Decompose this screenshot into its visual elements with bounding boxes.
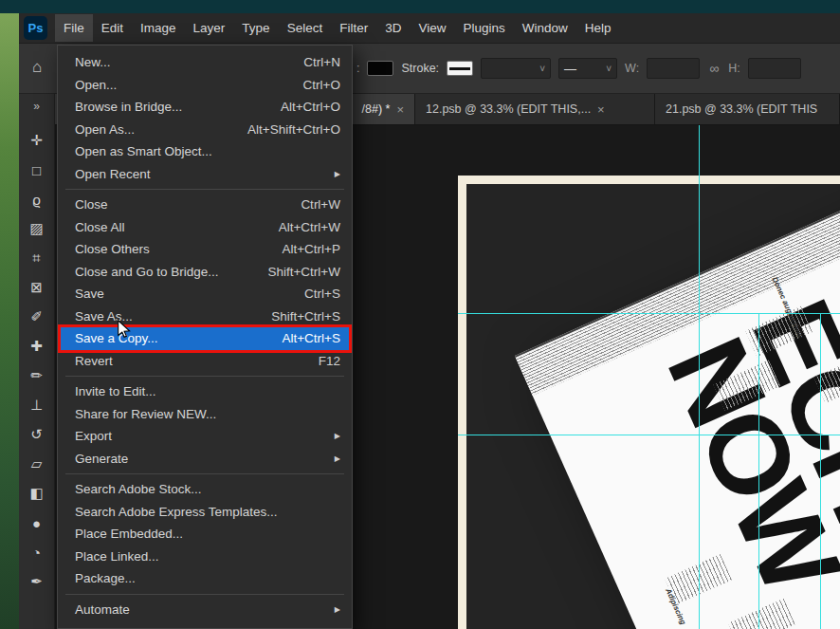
poster-mockup: ECH NOW Adipiscing Donec augue duis xyxy=(515,184,840,629)
brush-tool[interactable]: ✏ xyxy=(25,363,49,388)
menu-separator xyxy=(65,376,344,377)
tab-close-icon[interactable]: × xyxy=(597,102,605,117)
menubar-item-file[interactable]: File xyxy=(55,14,93,42)
menu-item-close-and-go-to-bridge[interactable]: Close and Go to Bridge...Shift+Ctrl+W xyxy=(58,261,352,284)
menu-item-place-embedded[interactable]: Place Embedded... xyxy=(58,523,352,546)
clone-stamp-tool[interactable]: ⊥ xyxy=(25,393,49,417)
menu-item-search-adobe-stock[interactable]: Search Adobe Stock... xyxy=(58,478,352,501)
file-menu-dropdown: New...Ctrl+N Open...Ctrl+O Browse in Bri… xyxy=(57,45,353,629)
guide-vertical xyxy=(758,313,759,629)
object-selection-tool[interactable]: ▨ xyxy=(25,216,49,241)
eraser-tool[interactable]: ▱ xyxy=(25,452,49,476)
menu-item-open-as-smart-object[interactable]: Open as Smart Object... xyxy=(58,140,352,163)
menubar-item-type[interactable]: Type xyxy=(233,14,278,42)
photoshop-logo: Ps xyxy=(24,16,47,40)
stroke-swatch[interactable] xyxy=(447,61,473,76)
menu-item-browse-in-bridge[interactable]: Browse in Bridge...Alt+Ctrl+O xyxy=(58,96,352,119)
lasso-tool[interactable]: ϱ xyxy=(25,187,49,212)
guide-horizontal xyxy=(458,313,840,314)
menu-item-open-recent[interactable]: Open Recent▶ xyxy=(58,163,352,186)
menu-item-package[interactable]: Package... xyxy=(58,567,352,590)
menu-item-close-others[interactable]: Close OthersAlt+Ctrl+P xyxy=(58,238,352,261)
menubar-item-view[interactable]: View xyxy=(410,14,454,42)
menu-item-open[interactable]: Open...Ctrl+O xyxy=(58,74,352,97)
dodge-tool[interactable]: ◔ xyxy=(25,540,49,564)
width-input[interactable] xyxy=(647,58,700,79)
menubar-item-edit[interactable]: Edit xyxy=(93,14,132,42)
menu-item-revert[interactable]: RevertF12 xyxy=(58,350,352,373)
link-dimensions-icon[interactable]: ∞ xyxy=(707,61,721,76)
eyedropper-tool[interactable]: ✐ xyxy=(25,305,49,329)
menubar-item-layer[interactable]: Layer xyxy=(185,14,234,42)
tab-title: /8#) * xyxy=(362,102,391,116)
menu-separator xyxy=(65,594,344,595)
menu-item-search-adobe-express-templates[interactable]: Search Adobe Express Templates... xyxy=(58,501,352,524)
height-input[interactable] xyxy=(748,58,801,79)
tab-close-icon[interactable]: × xyxy=(396,102,404,117)
chevron-down-icon: ˅ xyxy=(606,64,612,74)
artboard: ECH NOW Adipiscing Donec augue duis xyxy=(458,176,840,629)
menu-item-invite-to-edit[interactable]: Invite to Edit... xyxy=(58,380,352,403)
menubar: Ps File Edit Image Layer Type Select Fil… xyxy=(19,13,840,44)
width-label: W: xyxy=(625,62,639,75)
stroke-label: Stroke: xyxy=(401,62,439,75)
stroke-width-dropdown[interactable]: ˅ xyxy=(481,58,551,79)
menu-item-share-for-review[interactable]: Share for Review NEW... xyxy=(58,403,352,426)
document-tab-2[interactable]: 12.psb @ 33.3% (EDIT THIS,... × xyxy=(415,94,655,124)
menubar-item-help[interactable]: Help xyxy=(576,14,620,42)
guide-vertical xyxy=(820,313,821,629)
move-tool[interactable]: ✛ xyxy=(25,128,49,153)
menu-item-automate[interactable]: Automate▶ xyxy=(58,599,352,621)
submenu-arrow-icon: ▶ xyxy=(335,432,340,440)
height-label: H: xyxy=(728,62,740,75)
menu-item-place-linked[interactable]: Place Linked... xyxy=(58,546,352,568)
menu-separator xyxy=(65,189,344,190)
home-icon[interactable]: ⌂ xyxy=(32,58,42,77)
artboard-background: ECH NOW Adipiscing Donec augue duis xyxy=(466,184,840,629)
submenu-arrow-icon: ▶ xyxy=(335,454,340,463)
line-style-sample: — xyxy=(564,62,576,76)
chevron-down-icon: ˅ xyxy=(539,64,545,74)
document-tab-3[interactable]: 21.psb @ 33.3% (EDIT THIS xyxy=(655,94,840,124)
stroke-preview-line xyxy=(449,67,470,70)
titlebar xyxy=(0,0,840,13)
shape-options-controls: : Stroke: ˅ —˅ W: ∞ H: xyxy=(356,44,801,93)
desktop-wallpaper xyxy=(0,13,19,629)
menubar-item-3d[interactable]: 3D xyxy=(376,14,410,42)
menubar-item-plugins[interactable]: Plugins xyxy=(454,14,513,42)
frame-tool[interactable]: ⊠ xyxy=(25,275,49,300)
healing-brush-tool[interactable]: ✚ xyxy=(25,334,49,359)
stroke-type-dropdown[interactable]: —˅ xyxy=(558,58,617,79)
pen-tool[interactable]: ✒ xyxy=(25,569,49,594)
gradient-tool[interactable]: ◧ xyxy=(25,481,49,506)
menu-item-save[interactable]: SaveCtrl+S xyxy=(58,283,352,305)
menu-item-open-as[interactable]: Open As...Alt+Shift+Ctrl+O xyxy=(58,119,352,141)
rectangular-marquee-tool[interactable]: □ xyxy=(25,157,49,182)
guide-horizontal xyxy=(458,435,840,435)
menu-item-new[interactable]: New...Ctrl+N xyxy=(58,51,352,74)
fill-swatch[interactable] xyxy=(367,61,393,76)
tab-title: 12.psb @ 33.3% (EDIT THIS,... xyxy=(426,102,591,116)
tool-panel: » ✛ □ ϱ ▨ ⌗ ⊠ ✐ ✚ ✏ ⊥ ↺ ▱ ◧ ● ◔ ✒ xyxy=(19,94,55,629)
menu-item-close[interactable]: CloseCtrl+W xyxy=(58,194,352,216)
menubar-item-image[interactable]: Image xyxy=(132,14,185,42)
mouse-cursor xyxy=(115,319,136,340)
mock-text-column xyxy=(728,599,795,629)
menubar-item-filter[interactable]: Filter xyxy=(331,14,376,42)
menu-item-generate[interactable]: Generate▶ xyxy=(58,448,352,471)
annotation-highlight-box xyxy=(58,324,352,353)
menubar-item-window[interactable]: Window xyxy=(514,14,576,42)
submenu-arrow-icon: ▶ xyxy=(335,170,340,178)
crop-tool[interactable]: ⌗ xyxy=(25,246,49,270)
history-brush-tool[interactable]: ↺ xyxy=(25,422,49,447)
blur-tool[interactable]: ● xyxy=(25,510,49,535)
guide-vertical xyxy=(699,125,700,629)
menubar-item-select[interactable]: Select xyxy=(279,14,332,42)
menu-separator xyxy=(65,473,344,474)
tab-title: 21.psb @ 33.3% (EDIT THIS xyxy=(666,102,817,116)
fill-label: : xyxy=(356,62,359,75)
panel-expand-icon[interactable]: » xyxy=(33,100,40,113)
submenu-arrow-icon: ▶ xyxy=(335,605,340,614)
menu-item-export[interactable]: Export▶ xyxy=(58,425,352,448)
menu-item-close-all[interactable]: Close AllAlt+Ctrl+W xyxy=(58,216,352,239)
